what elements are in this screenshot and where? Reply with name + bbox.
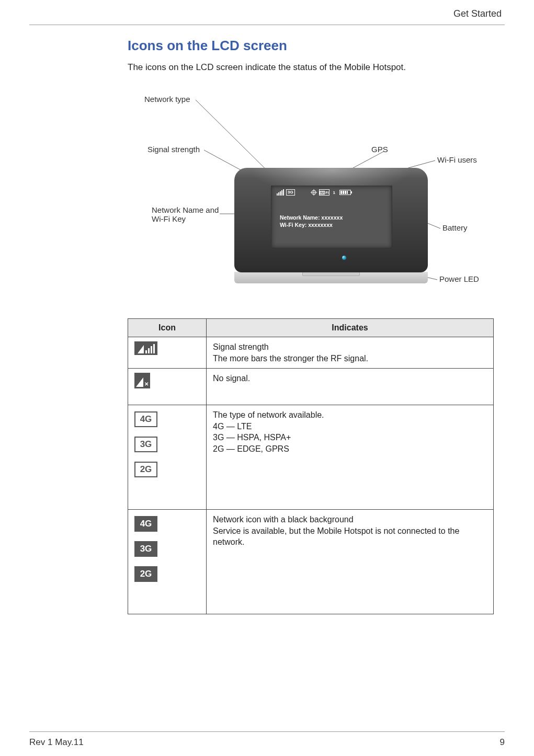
label-wifi-users: Wi-Fi users bbox=[437, 155, 477, 164]
gps-icon bbox=[311, 189, 317, 196]
wifi-user-count: 1 bbox=[333, 190, 335, 195]
section-title: Icons on the LCD screen bbox=[128, 38, 505, 54]
label-network-type: Network type bbox=[144, 95, 190, 104]
lcd-diagram: Network type Signal strength Network Nam… bbox=[128, 85, 504, 294]
network-type-badge: 3G bbox=[286, 189, 295, 196]
table-row: Signal strength The more bars the strong… bbox=[128, 337, 494, 369]
network-3g-dark-icon: 3G bbox=[134, 541, 157, 557]
lcd-network-info: Network Name: xxxxxxx Wi-Fi Key: xxxxxxx… bbox=[271, 196, 392, 228]
table-cell: No signal. bbox=[207, 369, 494, 405]
table-row: ✕ No signal. bbox=[128, 369, 494, 405]
signal-strength-icon bbox=[134, 341, 157, 355]
footer-revision: Rev 1 May.11 bbox=[29, 737, 84, 748]
label-power-led: Power LED bbox=[439, 274, 479, 283]
power-led-icon bbox=[342, 256, 346, 260]
no-signal-icon: ✕ bbox=[134, 373, 150, 388]
table-header-indicates: Indicates bbox=[207, 319, 494, 337]
network-3g-icon: 3G bbox=[134, 437, 157, 452]
network-2g-icon: 2G bbox=[134, 462, 157, 477]
label-signal-strength: Signal strength bbox=[147, 145, 200, 154]
table-cell: Signal strength The more bars the strong… bbox=[207, 337, 494, 369]
table-row: 4G 3G 2G Network icon with a black backg… bbox=[128, 510, 494, 614]
battery-icon bbox=[339, 190, 351, 195]
table-row: 4G 3G 2G The type of network available. … bbox=[128, 405, 494, 510]
network-4g-icon: 4G bbox=[134, 411, 157, 427]
header-rule bbox=[29, 25, 505, 25]
table-cell: The type of network available. 4G — LTE … bbox=[207, 405, 494, 510]
device-illustration: 3G Wi Fi 1 Network Nam bbox=[234, 168, 428, 283]
signal-bars-icon bbox=[277, 189, 284, 196]
device-lcd: 3G Wi Fi 1 Network Nam bbox=[271, 186, 392, 248]
table-header-icon: Icon bbox=[128, 319, 207, 337]
page-number: 9 bbox=[500, 737, 505, 748]
footer-rule bbox=[29, 731, 505, 732]
section-intro: The icons on the LCD screen indicate the… bbox=[128, 62, 505, 73]
network-2g-dark-icon: 2G bbox=[134, 566, 157, 582]
label-battery: Battery bbox=[442, 223, 468, 232]
icon-reference-table: Icon Indicates bbox=[128, 318, 494, 614]
wifi-icon: Wi Fi bbox=[319, 189, 330, 196]
label-network-name-key: Network Name and Wi-Fi Key bbox=[152, 205, 219, 223]
table-cell: Network icon with a black background Ser… bbox=[207, 510, 494, 614]
page-header-section: Get Started bbox=[29, 6, 505, 22]
label-gps: GPS bbox=[371, 145, 388, 154]
network-4g-dark-icon: 4G bbox=[134, 516, 157, 532]
